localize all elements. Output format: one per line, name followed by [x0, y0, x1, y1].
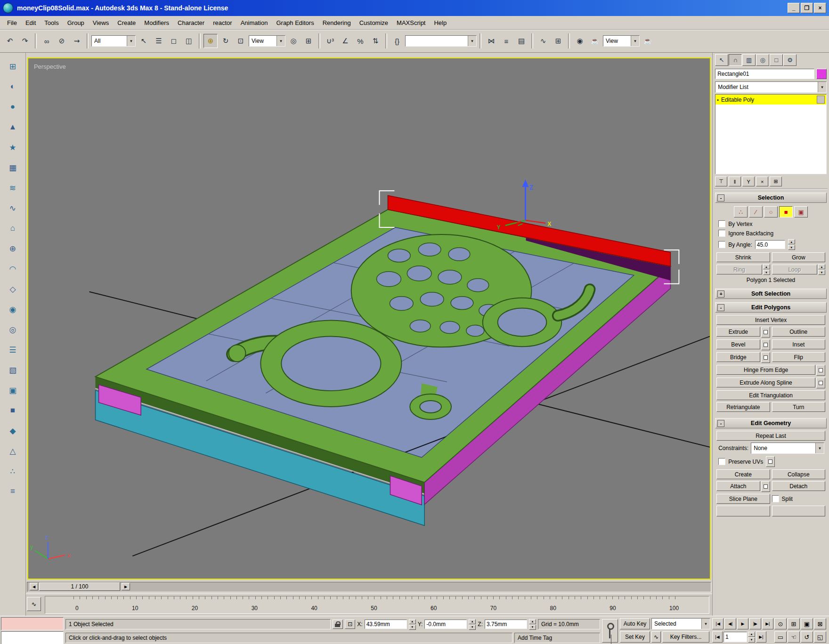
window-crossing-button[interactable]: ◫ [182, 34, 196, 48]
edit-polygons-header[interactable]: - Edit Polygons [715, 302, 827, 313]
zoom-extents-all-button[interactable]: ⊠ [814, 618, 826, 629]
arc-rotate-button[interactable]: ↺ [801, 631, 813, 643]
spin-down-icon[interactable]: ▼ [763, 270, 770, 275]
select-and-scale-button[interactable]: ⊡ [234, 34, 248, 48]
percent-snap-button[interactable]: % [353, 34, 367, 48]
left-tool-icon-17[interactable]: ▣ [6, 383, 20, 397]
listener-script-row[interactable] [1, 631, 64, 644]
zoom-all-button[interactable]: ⊞ [788, 618, 800, 629]
layer-manager-button[interactable]: ▤ [514, 34, 528, 48]
left-tool-icon-10[interactable]: ⊕ [6, 242, 20, 256]
z-coord-field[interactable] [485, 620, 527, 629]
spin-down-icon[interactable]: ▼ [818, 270, 825, 275]
render-setup-button[interactable]: ☕ [588, 34, 602, 48]
preserve-uvs-checkbox[interactable] [718, 458, 725, 465]
set-keys-button[interactable] [602, 619, 618, 643]
snap-toggle-3d-button[interactable]: ∪³ [323, 34, 337, 48]
menu-modifiers[interactable]: Modifiers [140, 18, 173, 28]
spin-down-icon[interactable]: ▼ [409, 625, 416, 630]
select-and-move-button[interactable]: ⊕ [203, 34, 218, 48]
pin-stack-button[interactable]: ⊤ [715, 177, 727, 186]
undo-button[interactable]: ↶ [3, 34, 17, 48]
spin-down-icon[interactable]: ▼ [788, 245, 795, 250]
extrude-settings-button[interactable] [761, 327, 770, 338]
zoom-region-button[interactable]: ▭ [774, 631, 787, 643]
left-tool-icon-11[interactable]: ◠ [6, 262, 20, 276]
bridge-settings-button[interactable] [761, 352, 770, 363]
bridge-button[interactable]: Bridge [716, 352, 760, 362]
loop-button[interactable]: Loop [772, 265, 817, 274]
attach-settings-button[interactable] [761, 481, 770, 492]
select-and-manipulate-button[interactable]: ⊞ [301, 34, 316, 48]
modifier-stack[interactable]: ▪ Editable Poly [715, 94, 827, 174]
menu-help[interactable]: Help [430, 18, 451, 28]
object-name-field[interactable] [715, 69, 814, 79]
edit-geometry-header[interactable]: - Edit Geometry [715, 418, 827, 428]
hinge-from-edge-button[interactable]: Hinge From Edge [716, 365, 815, 375]
key-selection-dropdown[interactable]: Selected ▼ [651, 618, 710, 629]
key-mode-toggle-button[interactable]: ∿ [651, 631, 661, 643]
edit-named-selections-button[interactable]: {} [390, 34, 404, 48]
menu-character[interactable]: Character [173, 18, 209, 28]
menu-tools[interactable]: Tools [40, 18, 63, 28]
show-end-result-box[interactable] [817, 96, 825, 104]
selection-lock-button[interactable] [333, 620, 343, 629]
by-angle-spinner[interactable]: ▲ ▼ [788, 239, 795, 250]
goto-end-mini-button[interactable]: ▶| [756, 631, 766, 643]
collapse-button[interactable]: Collapse [772, 469, 825, 479]
unlink-selection-button[interactable]: ⊘ [55, 34, 69, 48]
left-tool-icon-9[interactable]: ⌂ [6, 221, 20, 235]
time-slider-prev-button[interactable]: ◀ [30, 583, 38, 590]
left-tool-icon-22[interactable]: ≡ [6, 484, 20, 499]
angle-snap-button[interactable]: ∠ [338, 34, 352, 48]
left-tool-icon-13[interactable]: ◉ [6, 302, 20, 316]
polygon-mode-button[interactable]: ■ [779, 206, 793, 217]
tab-motion[interactable]: ◎ [756, 54, 769, 66]
spin-down-icon[interactable]: ▼ [469, 625, 476, 630]
y-coord-field[interactable] [424, 620, 467, 629]
bevel-settings-button[interactable] [761, 339, 770, 350]
extrude-along-spline-button[interactable]: Extrude Along Spline [716, 378, 815, 387]
previous-frame-button[interactable]: ◀| [724, 618, 736, 629]
left-tool-icon-3[interactable]: ● [6, 100, 20, 114]
left-tool-icon-5[interactable]: ★ [6, 140, 20, 154]
object-color-swatch[interactable] [816, 69, 827, 79]
named-selection-dropdown[interactable]: ▼ [405, 35, 477, 47]
tab-create[interactable]: ↖ [715, 54, 728, 66]
detach-button[interactable]: Detach [772, 481, 825, 491]
insert-vertex-button[interactable]: Insert Vertex [716, 315, 825, 325]
left-tool-icon-15[interactable]: ☰ [6, 343, 20, 357]
maxscript-mini-listener[interactable] [1, 617, 64, 644]
viewport-label[interactable]: Perspective [34, 63, 66, 70]
left-tool-icon-19[interactable]: ◆ [6, 424, 20, 438]
auto-key-button[interactable]: Auto Key [620, 618, 650, 629]
x-coord-field[interactable] [365, 620, 407, 629]
ring-spinner[interactable]: ▲ ▼ [763, 264, 770, 275]
select-by-name-button[interactable]: ☰ [152, 34, 166, 48]
close-button[interactable]: × [814, 3, 826, 13]
menu-edit[interactable]: Edit [21, 18, 40, 28]
menu-views[interactable]: Views [89, 18, 113, 28]
modifier-list-dropdown[interactable]: Modifier List ▼ [715, 81, 827, 93]
edit-triangulation-button[interactable]: Edit Triangulation [716, 390, 825, 400]
restore-button[interactable]: ❐ [801, 3, 813, 13]
menu-rendering[interactable]: Rendering [318, 18, 355, 28]
time-slider-next-button[interactable]: ▶ [122, 583, 130, 590]
minimize-button[interactable]: _ [788, 3, 800, 13]
spin-up-icon[interactable]: ▲ [469, 619, 476, 624]
min-max-toggle-button[interactable]: ◱ [814, 631, 826, 643]
left-tool-icon-12[interactable]: ◇ [6, 282, 20, 296]
hinge-settings-button[interactable] [816, 365, 825, 376]
align-button[interactable]: ≡ [499, 34, 513, 48]
retriangulate-button[interactable]: Retriangulate [716, 402, 770, 412]
remove-modifier-button[interactable]: × [756, 177, 768, 186]
quick-render-button[interactable]: ☕ [641, 34, 655, 48]
ignore-backfacing-checkbox[interactable] [718, 230, 725, 237]
by-vertex-checkbox[interactable] [718, 220, 725, 227]
preserve-uvs-settings-button[interactable] [766, 456, 775, 467]
left-tool-icon-8[interactable]: ∿ [6, 201, 20, 215]
spin-up-icon[interactable]: ▲ [818, 264, 825, 269]
grow-button[interactable]: Grow [772, 252, 825, 262]
split-checkbox[interactable] [772, 495, 779, 502]
selection-region-button[interactable]: ◻ [167, 34, 181, 48]
